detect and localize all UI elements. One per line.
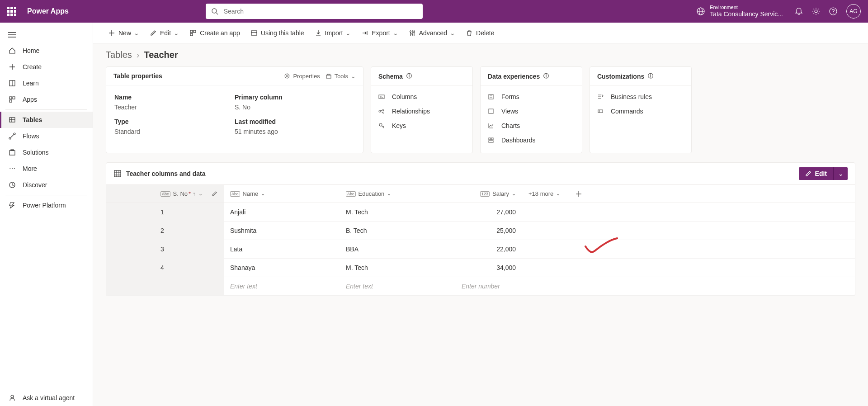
column-header-education[interactable]: Abc Education ⌄: [340, 185, 455, 203]
cell-salary[interactable]: 25,000: [455, 222, 522, 240]
relationships-link[interactable]: Relationships: [371, 104, 472, 118]
cell-salary[interactable]: 22,000: [455, 240, 522, 258]
user-avatar[interactable]: AG: [846, 4, 861, 19]
environment-selector[interactable]: Environment Tata Consultancy Servic...: [696, 5, 783, 18]
import-icon: [315, 30, 321, 36]
brand-title: Power Apps: [27, 7, 69, 15]
sidebar-item-learn[interactable]: Learn: [0, 75, 93, 91]
new-button[interactable]: New ⌄: [104, 27, 144, 39]
svg-point-21: [9, 137, 11, 139]
commands-link[interactable]: Commands: [590, 104, 691, 118]
svg-rect-34: [251, 31, 257, 35]
new-cell-name[interactable]: Enter text: [224, 277, 340, 295]
breadcrumb-parent[interactable]: Tables: [106, 50, 132, 60]
plus-icon: [576, 191, 582, 197]
cell-sno[interactable]: 3: [106, 240, 224, 258]
charts-link[interactable]: Charts: [481, 118, 582, 133]
table-row[interactable]: 4 Shanaya M. Tech 34,000: [106, 259, 855, 277]
svg-rect-24: [11, 150, 14, 151]
sidebar-item-flows[interactable]: Flows: [0, 128, 93, 144]
sidebar-label: More: [23, 165, 37, 172]
cell-education[interactable]: M. Tech: [340, 203, 455, 221]
edit-data-button[interactable]: Edit: [799, 167, 833, 180]
search-box[interactable]: [206, 4, 423, 19]
help-icon[interactable]: [829, 7, 837, 15]
home-icon: [8, 47, 16, 54]
svg-rect-16: [13, 97, 15, 99]
search-input[interactable]: [224, 8, 417, 15]
table-row[interactable]: 2 Sushmita B. Tech 25,000: [106, 222, 855, 240]
svg-text:Abc: Abc: [380, 96, 384, 99]
cell-salary[interactable]: 34,000: [455, 259, 522, 277]
cell-education[interactable]: BBA: [340, 240, 455, 258]
more-columns-button[interactable]: +18 more ⌄: [528, 190, 560, 197]
new-row[interactable]: Enter text Enter text Enter number: [106, 277, 855, 296]
card-title: Data experiences: [488, 73, 540, 80]
views-link[interactable]: Views: [481, 104, 582, 118]
flow-icon: [8, 132, 16, 140]
dashboards-link[interactable]: Dashboards: [481, 133, 582, 147]
svg-rect-18: [9, 118, 15, 122]
new-cell-salary[interactable]: Enter number: [455, 277, 522, 295]
cell-education[interactable]: B. Tech: [340, 222, 455, 240]
export-button[interactable]: Export ⌄: [357, 27, 402, 39]
forms-link[interactable]: Forms: [481, 90, 582, 104]
business-rules-link[interactable]: Business rules: [590, 90, 691, 104]
cell-sno[interactable]: 4: [106, 259, 224, 277]
keys-link[interactable]: Keys: [371, 118, 472, 133]
export-icon: [362, 30, 368, 36]
column-header-name[interactable]: Abc Name ⌄: [224, 185, 340, 203]
settings-icon[interactable]: [812, 7, 820, 15]
prop-modified-label: Last modified: [235, 116, 355, 125]
sidebar-item-apps[interactable]: Apps: [0, 91, 93, 108]
edit-button[interactable]: Edit ⌄: [146, 27, 184, 39]
cell-salary[interactable]: 27,000: [455, 203, 522, 221]
table-row[interactable]: 3 Lata BBA 22,000: [106, 240, 855, 259]
chevron-down-icon: ⌄: [556, 191, 560, 197]
properties-button[interactable]: Properties: [284, 73, 320, 80]
sidebar-label: Solutions: [23, 149, 49, 156]
columns-link[interactable]: Abc Columns: [371, 90, 472, 104]
info-icon[interactable]: ⓘ: [543, 72, 549, 80]
add-column-button[interactable]: [576, 191, 582, 197]
sidebar-item-home[interactable]: Home: [0, 42, 93, 59]
import-button[interactable]: Import ⌄: [311, 27, 356, 39]
cell-name[interactable]: Shanaya: [224, 259, 340, 277]
advanced-button[interactable]: Advanced ⌄: [405, 27, 460, 39]
relationships-icon: [378, 108, 387, 114]
sidebar-item-create[interactable]: Create: [0, 59, 93, 75]
sidebar-item-more[interactable]: ⋯ More: [0, 161, 93, 177]
notifications-icon[interactable]: [795, 7, 803, 15]
cell-education[interactable]: M. Tech: [340, 259, 455, 277]
column-header-sno[interactable]: Abc S. No * ↑ ⌄: [106, 185, 224, 203]
cell-name[interactable]: Lata: [224, 240, 340, 258]
card-title: Customizations: [597, 73, 644, 80]
tools-button[interactable]: Tools ⌄: [326, 73, 356, 80]
info-icon[interactable]: ⓘ: [406, 72, 412, 80]
sidebar-toggle[interactable]: [0, 27, 93, 42]
column-header-salary[interactable]: 123 Salary ⌄: [455, 185, 522, 203]
sidebar-item-discover[interactable]: Discover: [0, 177, 93, 193]
grid-icon: [113, 170, 122, 178]
cell-name[interactable]: Sushmita: [224, 222, 340, 240]
app-launcher-icon[interactable]: [7, 7, 16, 16]
delete-button[interactable]: Delete: [462, 27, 499, 39]
svg-rect-31: [190, 30, 193, 33]
cell-sno[interactable]: 1: [106, 203, 224, 221]
edit-dropdown[interactable]: ⌄: [833, 167, 848, 180]
pencil-icon[interactable]: [212, 191, 217, 197]
create-app-button[interactable]: Create an app: [185, 27, 245, 39]
table-row[interactable]: 1 Anjali M. Tech 27,000: [106, 203, 855, 222]
cell-sno[interactable]: 2: [106, 222, 224, 240]
prop-primary-label: Primary column: [235, 92, 355, 101]
sidebar-item-tables[interactable]: Tables: [0, 112, 93, 128]
chevron-down-icon: ⌄: [387, 191, 391, 197]
using-table-button[interactable]: Using this table: [246, 27, 309, 39]
sidebar-item-ask-agent[interactable]: Ask a virtual agent: [0, 390, 93, 406]
info-icon[interactable]: ⓘ: [648, 72, 653, 80]
new-cell-education[interactable]: Enter text: [340, 277, 455, 295]
chevron-down-icon: ⌄: [351, 73, 356, 80]
sidebar-item-solutions[interactable]: Solutions: [0, 144, 93, 161]
sidebar-item-power-platform[interactable]: Power Platform: [0, 197, 93, 213]
cell-name[interactable]: Anjali: [224, 203, 340, 221]
